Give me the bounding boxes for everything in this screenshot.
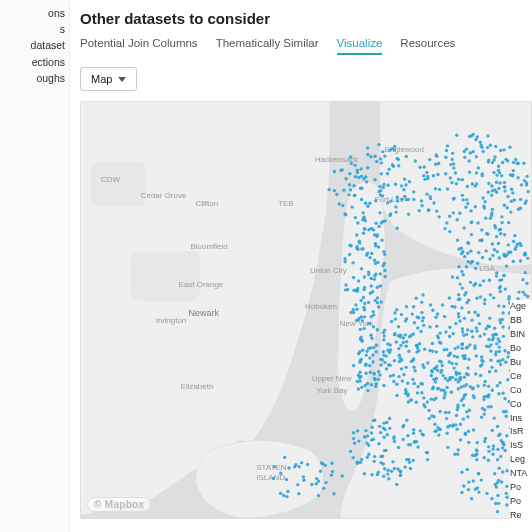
data-point[interactable] [420, 199, 423, 202]
data-point[interactable] [431, 342, 434, 345]
data-point[interactable] [369, 333, 372, 336]
data-point[interactable] [487, 395, 490, 398]
data-point[interactable] [456, 355, 459, 358]
data-point[interactable] [377, 471, 380, 474]
data-point[interactable] [381, 358, 384, 361]
data-point[interactable] [373, 372, 376, 375]
data-point[interactable] [423, 348, 426, 351]
data-point[interactable] [327, 188, 330, 191]
data-point[interactable] [393, 440, 396, 443]
data-point[interactable] [420, 311, 423, 314]
data-point[interactable] [382, 350, 385, 353]
data-point[interactable] [474, 205, 477, 208]
data-point[interactable] [426, 361, 429, 364]
data-point[interactable] [330, 473, 333, 476]
data-point[interactable] [399, 344, 402, 347]
data-point[interactable] [493, 327, 496, 330]
data-point[interactable] [388, 214, 391, 217]
data-point[interactable] [368, 356, 371, 359]
data-point[interactable] [479, 141, 482, 144]
data-point[interactable] [385, 367, 388, 370]
data-point[interactable] [460, 347, 463, 350]
data-point[interactable] [487, 190, 490, 193]
data-point[interactable] [341, 474, 344, 477]
data-point[interactable] [497, 242, 500, 245]
data-point[interactable] [481, 256, 484, 259]
data-point[interactable] [503, 181, 506, 184]
data-point[interactable] [488, 370, 491, 373]
data-point[interactable] [505, 434, 508, 437]
data-point[interactable] [480, 228, 483, 231]
data-point[interactable] [438, 410, 441, 413]
data-point[interactable] [410, 398, 413, 401]
data-point[interactable] [503, 204, 506, 207]
data-point[interactable] [408, 461, 411, 464]
data-point[interactable] [399, 469, 402, 472]
data-point[interactable] [413, 382, 416, 385]
data-point[interactable] [368, 371, 371, 374]
data-point[interactable] [468, 409, 471, 412]
data-point[interactable] [439, 371, 442, 374]
data-point[interactable] [515, 162, 518, 165]
data-point[interactable] [502, 148, 505, 151]
map-container[interactable]: NewarkNew YorkCliftonCedar GroveBloomfie… [80, 101, 532, 519]
data-point[interactable] [374, 299, 377, 302]
data-point[interactable] [458, 211, 461, 214]
data-point[interactable] [452, 366, 455, 369]
data-point[interactable] [450, 362, 453, 365]
data-point[interactable] [495, 271, 498, 274]
data-point[interactable] [390, 320, 393, 323]
data-point[interactable] [451, 152, 454, 155]
data-point[interactable] [404, 344, 407, 347]
data-point[interactable] [465, 198, 468, 201]
data-point[interactable] [330, 462, 333, 465]
data-point[interactable] [396, 227, 399, 230]
data-point[interactable] [378, 185, 381, 188]
data-point[interactable] [475, 458, 478, 461]
data-point[interactable] [449, 163, 452, 166]
data-point[interactable] [358, 379, 361, 382]
data-point[interactable] [485, 232, 488, 235]
data-point[interactable] [432, 201, 435, 204]
data-point[interactable] [456, 403, 459, 406]
data-point[interactable] [377, 225, 380, 228]
data-point[interactable] [467, 358, 470, 361]
data-point[interactable] [423, 405, 426, 408]
data-point[interactable] [480, 146, 483, 149]
data-point[interactable] [491, 453, 494, 456]
data-point[interactable] [365, 253, 368, 256]
legend-item[interactable]: Bo [510, 342, 532, 356]
data-point[interactable] [507, 221, 510, 224]
data-point[interactable] [469, 385, 472, 388]
data-point[interactable] [370, 431, 373, 434]
data-point[interactable] [422, 316, 425, 319]
data-point[interactable] [456, 276, 459, 279]
data-point[interactable] [416, 385, 419, 388]
data-point[interactable] [462, 334, 465, 337]
data-point[interactable] [483, 200, 486, 203]
data-point[interactable] [507, 243, 510, 246]
data-point[interactable] [382, 427, 385, 430]
data-point[interactable] [429, 197, 432, 200]
data-point[interactable] [444, 330, 447, 333]
data-point[interactable] [377, 245, 380, 248]
data-point[interactable] [376, 286, 379, 289]
data-point[interactable] [370, 426, 373, 429]
data-point[interactable] [503, 449, 506, 452]
data-point[interactable] [360, 458, 363, 461]
data-point[interactable] [507, 251, 510, 254]
data-point[interactable] [496, 448, 499, 451]
data-point[interactable] [491, 333, 494, 336]
data-point[interactable] [434, 163, 437, 166]
data-point[interactable] [469, 281, 472, 284]
data-point[interactable] [524, 271, 527, 274]
data-point[interactable] [477, 490, 480, 493]
data-point[interactable] [512, 240, 515, 243]
data-point[interactable] [464, 291, 467, 294]
data-point[interactable] [441, 303, 444, 306]
sidebar-item[interactable]: dataset [0, 38, 65, 53]
data-point[interactable] [354, 289, 357, 292]
data-point[interactable] [472, 133, 475, 136]
data-point[interactable] [391, 460, 394, 463]
data-point[interactable] [461, 330, 464, 333]
